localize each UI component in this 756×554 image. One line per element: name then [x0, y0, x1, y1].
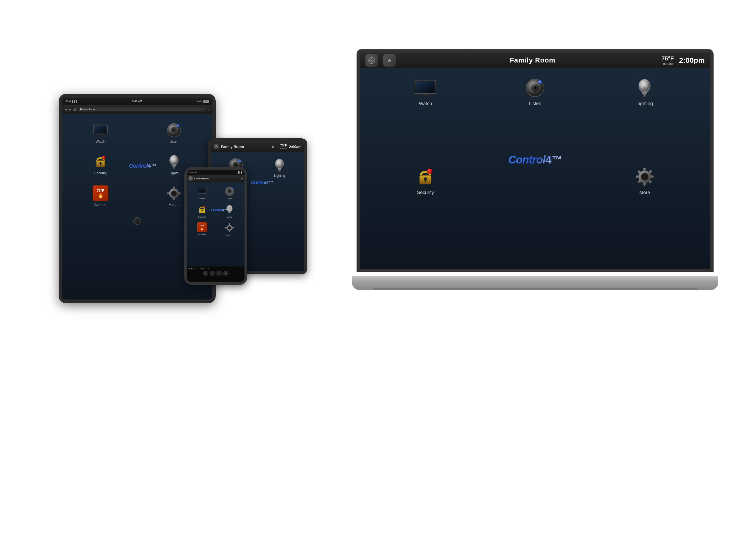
svg-point-65 — [203, 206, 205, 208]
st-lighting-button[interactable]: Lighting — [259, 156, 300, 180]
listen-label-xs: Listen — [227, 198, 232, 200]
tablet-carrier: iPad — [65, 100, 71, 103]
laptop-listen-button[interactable]: Listen — [486, 73, 585, 157]
svg-rect-82 — [278, 168, 282, 169]
laptop-body — [352, 276, 718, 290]
tablet-home-button[interactable] — [133, 217, 141, 225]
watch-icon-sm — [91, 122, 110, 138]
svg-point-9 — [538, 80, 542, 84]
svg-point-64 — [201, 210, 203, 211]
phone-divider: — — [197, 268, 198, 270]
security-label: Security — [417, 190, 434, 196]
laptop-security-button[interactable]: Security — [376, 162, 475, 246]
scene: ★ Family Room 75°F outdoor 2:00pm Contro… — [38, 29, 718, 525]
watch-icon — [412, 77, 439, 98]
tablet-watch-button[interactable]: Watch — [66, 119, 135, 146]
st-star-button[interactable]: ★ — [271, 145, 274, 149]
tablet-security-button[interactable]: Security — [66, 151, 135, 178]
more-icon — [632, 166, 658, 187]
watch-icon-xs — [196, 186, 209, 197]
svg-point-38 — [172, 129, 175, 131]
phone-btn-2[interactable]: ≡ — [210, 271, 215, 276]
comfort-icon-sm: 73°F 🔥 — [93, 185, 108, 201]
phone-body: 9:41 AM ▌▌▌ Family Room ★ Control — [184, 167, 247, 285]
tablet-comfort-button[interactable]: 73°F 🔥 Comfort — [66, 183, 135, 209]
svg-point-21 — [427, 169, 432, 173]
phone-listen-button[interactable]: Listen — [216, 184, 242, 201]
tablet-time-status: 9:41 AM — [79, 100, 195, 103]
tablet-listen-button[interactable]: Listen — [140, 119, 208, 146]
phone-next-icon[interactable]: ⏭ — [194, 268, 196, 270]
laptop-logo-button[interactable] — [365, 54, 378, 67]
comfort-label-xs: Comfort — [198, 233, 205, 235]
more-label-xs: More... — [226, 234, 233, 236]
st-weather: 75°F outdoor — [279, 144, 287, 150]
laptop-watch-button[interactable]: Watch — [376, 73, 475, 157]
phone-btn-3[interactable]: ⚙ — [216, 271, 222, 276]
svg-rect-83 — [278, 169, 281, 170]
svg-rect-46 — [172, 166, 175, 167]
st-logo-button[interactable] — [214, 144, 219, 149]
phone-time: 9:41 AM — [189, 171, 197, 174]
phone-security-button[interactable]: Security — [189, 203, 215, 219]
comfort-temp-sm: 73°F — [97, 188, 104, 192]
phone-logo-button[interactable] — [189, 176, 193, 181]
phone-btn-1[interactable]: ⊕ — [203, 271, 208, 276]
svg-point-80 — [238, 159, 241, 162]
laptop-lighting-button[interactable]: Lighting — [595, 73, 694, 157]
watch-label-sm: Watch — [96, 140, 105, 143]
phone-lighting-button[interactable]: Lights — [216, 203, 242, 219]
more-label-sm: More... — [168, 203, 179, 207]
laptop-content: Control4™ — [360, 68, 710, 252]
listen-icon-xs — [223, 186, 236, 197]
svg-rect-34 — [95, 125, 107, 133]
phone-more-button[interactable]: More... — [216, 221, 242, 238]
st-temp: 75°F — [279, 144, 287, 147]
lighting-icon-xs — [223, 204, 236, 215]
phone-prev-icon[interactable]: ⏮ — [189, 268, 190, 270]
tablet-battery: ▓▓▓ — [203, 100, 209, 103]
svg-rect-84 — [278, 170, 281, 171]
phone-btn-4[interactable]: ⊞ — [223, 271, 229, 276]
laptop-weather: 75°F outdoor — [661, 55, 674, 66]
tablet-back-icon[interactable]: ◀ — [65, 108, 67, 111]
watch-label-xs: Watch — [199, 198, 205, 200]
svg-point-1 — [370, 59, 373, 62]
svg-rect-20 — [424, 180, 426, 182]
star-icon: ★ — [387, 57, 392, 64]
phone-play-icon[interactable]: ▶ — [191, 268, 193, 270]
svg-rect-57 — [198, 188, 206, 193]
lighting-label-sm: Lights — [169, 171, 179, 175]
svg-rect-35 — [99, 134, 102, 135]
phone-settings-icon[interactable]: ⚙ — [207, 268, 209, 270]
svg-rect-58 — [201, 193, 203, 194]
phone-watch-button[interactable]: Watch — [189, 184, 215, 201]
security-icon — [412, 166, 439, 187]
phone-vol-down[interactable]: 100% — [199, 268, 204, 270]
laptop-more-button[interactable]: More — [595, 162, 694, 246]
svg-rect-68 — [228, 212, 231, 213]
security-icon-xs — [196, 204, 209, 215]
phone-favorites-button[interactable]: ★ — [241, 177, 243, 180]
phone-comfort-button[interactable]: 73°F 🔥 Comfort — [189, 221, 215, 238]
lighting-icon — [632, 77, 658, 98]
svg-rect-11 — [642, 92, 647, 93]
svg-rect-4 — [423, 94, 428, 95]
st-titlebar: Family Room ★ 75°F outdoor 2:00am — [211, 142, 304, 152]
laptop-screen: ★ Family Room 75°F outdoor 2:00pm Contro… — [360, 53, 710, 269]
svg-point-75 — [228, 226, 231, 229]
svg-point-81 — [275, 159, 284, 168]
tablet-forward-icon[interactable]: ▶ — [69, 108, 71, 111]
phone-statusbar: 9:41 AM ▌▌▌ — [187, 170, 245, 175]
laptop-time: 2:00pm — [679, 56, 705, 65]
laptop-room-name: Family Room — [404, 56, 661, 64]
tablet-speaker-icon: 🔊 — [73, 108, 77, 111]
watch-label: Watch — [419, 101, 432, 106]
svg-rect-67 — [228, 211, 231, 212]
svg-rect-72 — [225, 227, 227, 229]
svg-rect-45 — [172, 165, 175, 166]
phone-vol-plus[interactable]: + — [205, 268, 206, 270]
laptop-favorites-button[interactable]: ★ — [383, 54, 396, 67]
security-icon-sm — [91, 154, 110, 169]
phone-titlebar: Family Room ★ — [187, 175, 245, 182]
